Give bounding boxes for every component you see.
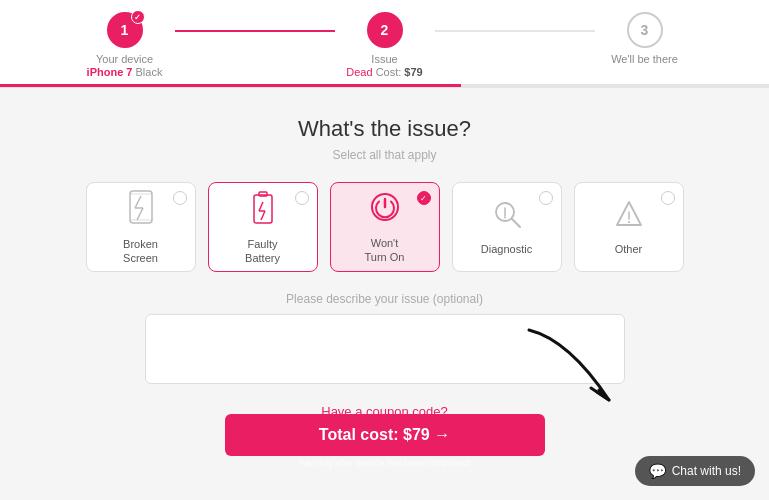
total-button[interactable]: Total cost: $79 →	[225, 414, 545, 456]
step-3-circle: 3	[627, 12, 663, 48]
stepper: 1 ✓ Your device iPhone 7 Black 2 Issue D…	[0, 12, 769, 78]
main-content: What's the issue? Select all that apply …	[0, 88, 769, 440]
radio-diagnostic	[539, 191, 553, 205]
svg-point-18	[628, 221, 630, 223]
issue-cost-label: Cost:	[376, 66, 405, 78]
step-3-label: We'll be there	[611, 52, 678, 66]
step-2-circle: 2	[367, 12, 403, 48]
step-1-check: ✓	[131, 10, 145, 24]
step-2-sublabel: Dead Cost: $79	[346, 66, 422, 78]
card-diagnostic-label: Diagnostic	[481, 242, 532, 256]
diagnostic-icon	[492, 199, 522, 236]
page-title: What's the issue?	[20, 116, 749, 142]
card-other-label: Other	[615, 242, 643, 256]
card-wont-turn-on-label: Won'tTurn On	[365, 236, 405, 265]
chat-icon: 💬	[649, 463, 666, 479]
svg-line-1	[135, 196, 141, 208]
page-subtitle: Select all that apply	[20, 148, 749, 162]
card-diagnostic[interactable]: Diagnostic	[452, 182, 562, 272]
svg-rect-0	[130, 191, 152, 223]
total-button-sub: Pay only after service has been complete…	[298, 458, 470, 468]
connector-1-2	[175, 30, 335, 32]
svg-rect-7	[259, 192, 267, 196]
card-broken-screen[interactable]: BrokenScreen	[86, 182, 196, 272]
svg-line-10	[261, 211, 265, 220]
card-faulty-battery-label: FaultyBattery	[245, 237, 280, 266]
description-textarea[interactable]	[145, 314, 625, 384]
svg-line-13	[512, 219, 520, 227]
card-faulty-battery[interactable]: FaultyBattery	[208, 182, 318, 272]
description-section: Please describe your issue (optional)	[20, 292, 749, 388]
svg-rect-6	[254, 195, 272, 223]
device-color: Black	[136, 66, 163, 78]
step-2[interactable]: 2 Issue Dead Cost: $79	[335, 12, 435, 78]
card-other[interactable]: Other	[574, 182, 684, 272]
radio-wont-turn-on	[417, 191, 431, 205]
stepper-bar: 1 ✓ Your device iPhone 7 Black 2 Issue D…	[0, 0, 769, 88]
chat-button[interactable]: 💬 Chat with us!	[635, 456, 755, 486]
radio-other	[661, 191, 675, 205]
svg-point-15	[504, 216, 506, 218]
total-button-wrap: Total cost: $79 → Pay only after service…	[225, 414, 545, 468]
issue-state: Dead	[346, 66, 372, 78]
step-1[interactable]: 1 ✓ Your device iPhone 7 Black	[75, 12, 175, 78]
card-wont-turn-on[interactable]: Won'tTurn On	[330, 182, 440, 272]
radio-broken-screen	[173, 191, 187, 205]
chat-label: Chat with us!	[672, 464, 741, 478]
svg-line-8	[259, 202, 263, 211]
step-1-sublabel: iPhone 7 Black	[87, 66, 163, 78]
step-1-label: Your device	[96, 52, 153, 66]
step-3: 3 We'll be there	[595, 12, 695, 66]
broken-screen-icon	[127, 190, 155, 231]
radio-faulty-battery	[295, 191, 309, 205]
card-broken-screen-label: BrokenScreen	[123, 237, 158, 266]
battery-icon	[252, 190, 274, 231]
power-icon	[369, 191, 401, 230]
connector-2-3	[435, 30, 595, 32]
description-label: Please describe your issue (optional)	[20, 292, 749, 306]
other-icon	[614, 199, 644, 236]
issue-cards-row: BrokenScreen FaultyBattery	[20, 182, 749, 272]
step-1-circle: 1 ✓	[107, 12, 143, 48]
issue-cost: $79	[404, 66, 422, 78]
progress-line	[0, 84, 769, 87]
device-name: iPhone 7	[87, 66, 133, 78]
step-2-label: Issue	[371, 52, 397, 66]
svg-line-3	[137, 208, 143, 220]
